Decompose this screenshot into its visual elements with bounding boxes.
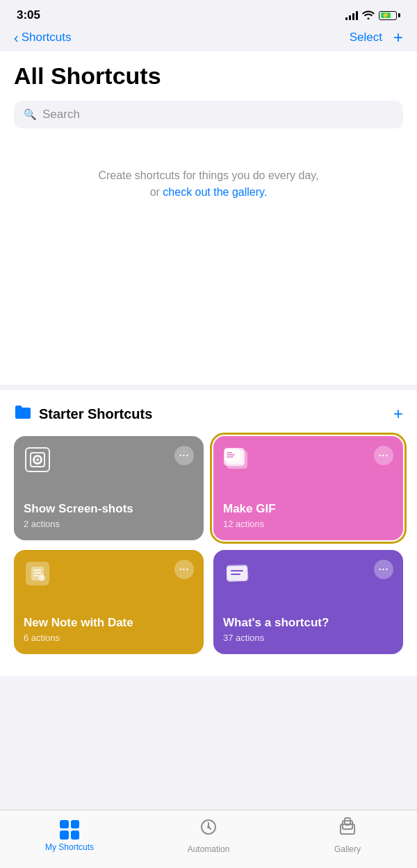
screenshot-card-icon bbox=[24, 446, 51, 474]
shortcut-card-new-note[interactable]: ··· New Note with Date 6 actions bbox=[14, 550, 204, 654]
gallery-link[interactable]: check out the gallery. bbox=[163, 186, 267, 198]
add-shortcut-button[interactable]: + bbox=[393, 29, 403, 46]
back-button[interactable]: ‹ Shortcuts bbox=[14, 31, 71, 44]
section-add-button[interactable]: + bbox=[393, 404, 403, 424]
my-shortcuts-icon bbox=[60, 820, 79, 840]
select-button[interactable]: Select bbox=[350, 31, 382, 44]
svg-point-11 bbox=[207, 826, 210, 828]
card-top: ··· bbox=[223, 560, 393, 587]
section-title: Starter Shortcuts bbox=[39, 406, 152, 422]
spacer bbox=[0, 676, 417, 815]
section-header: Starter Shortcuts + bbox=[14, 404, 403, 424]
card-top: ··· bbox=[24, 446, 194, 474]
search-bar[interactable]: 🔍 Search bbox=[14, 101, 403, 128]
status-time: 3:05 bbox=[17, 8, 40, 22]
gif-card-more-button[interactable]: ··· bbox=[374, 446, 393, 465]
tab-my-shortcuts[interactable]: My Shortcuts bbox=[42, 820, 97, 852]
battery-icon: ⚡ bbox=[379, 11, 400, 20]
svg-point-2 bbox=[36, 458, 39, 461]
gif-card-actions: 12 actions bbox=[223, 519, 393, 529]
svg-point-1 bbox=[34, 456, 41, 463]
gallery-icon bbox=[338, 817, 357, 842]
folder-icon bbox=[14, 404, 32, 424]
nav-actions: Select + bbox=[350, 29, 403, 46]
whats-shortcut-card-icon bbox=[223, 560, 251, 587]
tab-gallery-label: Gallery bbox=[334, 844, 361, 854]
status-bar: 3:05 ⚡ bbox=[0, 0, 417, 26]
shortcut-grid: ··· Show Screen-shots 2 actions bbox=[14, 436, 403, 654]
page-title: All Shortcuts bbox=[14, 62, 403, 90]
tab-gallery[interactable]: Gallery bbox=[320, 817, 375, 854]
screenshot-card-actions: 2 actions bbox=[24, 519, 194, 529]
card-bottom: Show Screen-shots 2 actions bbox=[24, 501, 194, 529]
wifi-icon bbox=[362, 10, 375, 22]
empty-state-text: Create shortcuts for things you do every… bbox=[98, 169, 318, 181]
starter-section: Starter Shortcuts + bbox=[0, 390, 417, 676]
card-top: ··· bbox=[24, 560, 194, 587]
whats-shortcut-card-actions: 37 actions bbox=[223, 633, 393, 643]
svg-rect-0 bbox=[31, 453, 44, 467]
automation-icon bbox=[199, 817, 218, 842]
note-card-name: New Note with Date bbox=[24, 615, 194, 630]
search-icon: 🔍 bbox=[24, 108, 37, 121]
tab-automation[interactable]: Automation bbox=[181, 817, 236, 854]
whats-shortcut-card-name: What's a shortcut? bbox=[223, 615, 393, 630]
app-container: 3:05 ⚡ bbox=[0, 0, 417, 868]
tab-bar: My Shortcuts Automation Gallery bbox=[0, 810, 417, 868]
empty-state: Create shortcuts for things you do every… bbox=[14, 151, 403, 223]
note-card-icon bbox=[24, 560, 51, 587]
shortcut-card-show-screenshots[interactable]: ··· Show Screen-shots 2 actions bbox=[14, 436, 204, 540]
card-bottom: New Note with Date 6 actions bbox=[24, 615, 194, 643]
card-bottom: Make GIF 12 actions bbox=[223, 501, 393, 529]
tab-my-shortcuts-label: My Shortcuts bbox=[45, 842, 94, 852]
shortcut-card-make-gif[interactable]: ··· Make GIF 12 actions bbox=[213, 436, 403, 540]
nav-bar: ‹ Shortcuts Select + bbox=[0, 26, 417, 51]
search-placeholder: Search bbox=[42, 108, 80, 122]
signal-icon bbox=[345, 10, 358, 20]
gif-card-name: Make GIF bbox=[223, 501, 393, 516]
note-card-actions: 6 actions bbox=[24, 633, 194, 643]
status-icons: ⚡ bbox=[345, 10, 400, 22]
section-divider bbox=[0, 385, 417, 390]
shortcut-card-whats-shortcut[interactable]: ··· What's a shortcut? 37 actions bbox=[213, 550, 403, 654]
note-card-more-button[interactable]: ··· bbox=[174, 560, 194, 579]
card-bottom: What's a shortcut? 37 actions bbox=[223, 615, 393, 643]
screenshot-card-more-button[interactable]: ··· bbox=[174, 446, 194, 465]
whats-shortcut-card-more-button[interactable]: ··· bbox=[374, 560, 393, 579]
screenshot-card-name: Show Screen-shots bbox=[24, 501, 194, 516]
gif-card-icon bbox=[223, 446, 251, 474]
main-content: All Shortcuts 🔍 Search Create shortcuts … bbox=[0, 51, 417, 385]
tab-automation-label: Automation bbox=[188, 844, 230, 854]
section-header-left: Starter Shortcuts bbox=[14, 404, 152, 424]
chevron-left-icon: ‹ bbox=[14, 31, 19, 44]
back-label: Shortcuts bbox=[22, 31, 72, 44]
card-top: ··· bbox=[223, 446, 393, 474]
